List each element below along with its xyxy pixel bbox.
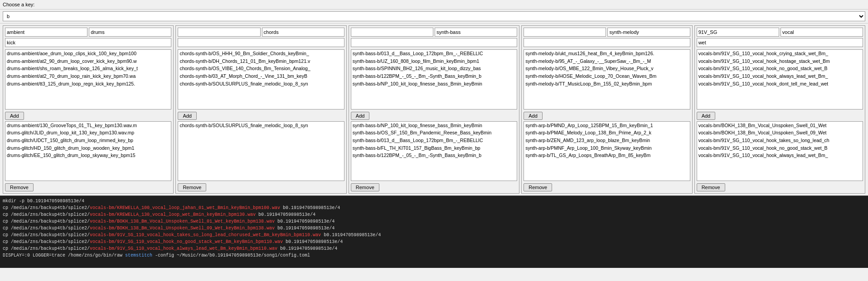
- add-button-chords[interactable]: Add: [178, 112, 197, 120]
- list-item[interactable]: synth-melody-b/OS_MBE_122_Bmin_Vibey_Hou…: [524, 65, 689, 72]
- list-item[interactable]: synth-bass-b/122BPM_-_05_-_Bm_-Synth_Bas…: [351, 152, 517, 159]
- terminal-line: cp /media/zns/backup4tb/splice2/vocals-b…: [3, 245, 865, 252]
- listbox2-synth-bass[interactable]: synth-bass-b/NP_100_kit_loop_finesse_bas…: [351, 121, 517, 181]
- list-item[interactable]: vocals-bm/91V_SG_110_vocal_hook_hostage_…: [697, 57, 863, 65]
- add-button-synth-melody[interactable]: Add: [524, 112, 543, 120]
- listbox2-ambient[interactable]: drums-ambient/130_GrooveTops_01_TL_key_b…: [5, 121, 171, 181]
- listbox1-synth-bass[interactable]: synth-bass-b/013_d__Bass_Loop_172bpm_Bm_…: [351, 49, 517, 110]
- list-item[interactable]: vocals-bm/91V_SG_110_vocal_hook_always_l…: [697, 152, 863, 159]
- list-item[interactable]: synth-arp-b/ZEN_AMD_123_arp_loop_blaze_B…: [524, 137, 689, 144]
- list-item[interactable]: drums-ambient/tt3_125_drum_loop_regn_kic…: [5, 80, 171, 88]
- remove-button-vocal[interactable]: Remove: [697, 183, 725, 191]
- list-item[interactable]: chords-synth-b/SOULSURPLUS_finale_melodi…: [178, 80, 344, 88]
- listbox1-ambient[interactable]: drums-ambient/aoe_drum_loop_clips_kick_1…: [5, 49, 171, 110]
- list-item[interactable]: chords-synth-b/OS_VIBE_140_Chords_Bm_Ten…: [178, 65, 344, 72]
- add-button-ambient[interactable]: Add: [5, 112, 24, 120]
- col-filter-synth-bass[interactable]: [351, 38, 517, 47]
- list-item[interactable]: synth-arp-b/TL_GS_Arp_Loops_BreathArp_Bm…: [524, 152, 689, 159]
- list-item[interactable]: vocals-bm/91V_SG_110_vocal_hook_always_l…: [697, 72, 863, 80]
- col-input2-chords[interactable]: [262, 28, 344, 37]
- listbox2-chords[interactable]: chords-synth-b/SOULSURPLUS_finale_melodi…: [178, 121, 344, 181]
- col-input2-ambient[interactable]: [89, 28, 171, 37]
- col-input1-chords[interactable]: [178, 28, 260, 37]
- col-top-inputs-chords: [178, 28, 344, 37]
- list-item[interactable]: drums-glitch/JLID_drum_loop_kit_130_key_…: [5, 129, 171, 137]
- terminal-line: cp /media/zns/backup4tb/splice2/vocals-b…: [3, 225, 865, 232]
- col-top-inputs-ambient: [5, 28, 171, 37]
- list-item[interactable]: synth-melody-b/95_AT_-_Galaxy_-__SuperSa…: [524, 57, 689, 65]
- list-item[interactable]: vocals-bm/91V_SG_110_vocal_hook_no_good_…: [697, 144, 863, 152]
- list-item[interactable]: synth-bass-b/122BPM_-_05_-_Bm_-Synth_Bas…: [351, 72, 517, 80]
- list-item[interactable]: chords-synth-b/OS_HHH_90_Bm_Soldier_Chor…: [178, 50, 344, 57]
- col-filter-chords[interactable]: [178, 38, 344, 47]
- listbox2-synth-melody[interactable]: synth-arp-b/PMND_Arp_Loop_125BPM_15_Bm_k…: [524, 121, 690, 181]
- list-item[interactable]: drums-ambient/shs_roam_breaks_loop_126_a…: [5, 65, 171, 72]
- list-item[interactable]: synth-bass-b/OS_SF_150_Bm_Pandemic_Reese…: [351, 129, 517, 137]
- col-input2-synth-melody[interactable]: [607, 28, 690, 37]
- list-item[interactable]: synth-bass-b/SPINNIN_BH2_126_music_kit_l…: [351, 65, 517, 72]
- list-item[interactable]: vocals-bm/BOKH_138_Bm_Vocal_Unspoken_Swe…: [697, 122, 863, 129]
- list-item[interactable]: drums-glitch/HD_150_glitch_drum_loop_woo…: [5, 144, 171, 152]
- list-item[interactable]: drums-ambient/at2_70_drum_loop_rain_kick…: [5, 72, 171, 80]
- list-item[interactable]: vocals-bm/91V_SG_110_vocal_hook_crying_s…: [697, 50, 863, 57]
- list-item[interactable]: synth-arp-b/PMNF_Arp_Loop_100_Bmin_Skywa…: [524, 144, 689, 152]
- list-item[interactable]: drums-ambient/aoe_drum_loop_clips_kick_1…: [5, 50, 171, 57]
- list-item[interactable]: synth-melody-b/ukt_mus126_heat_Bm_4_keyB…: [524, 50, 689, 57]
- btn-row-remove-ambient: Remove: [5, 183, 171, 191]
- columns-wrapper: drums-ambient/aoe_drum_loop_clips_kick_1…: [0, 24, 868, 195]
- key-selector[interactable]: bcc#dd#eff#gg#aa#: [3, 11, 865, 21]
- listbox1-synth-melody[interactable]: synth-melody-b/ukt_mus126_heat_Bm_4_keyB…: [524, 49, 690, 110]
- col-filter-vocal[interactable]: [697, 38, 863, 47]
- col-input1-ambient[interactable]: [5, 28, 87, 37]
- col-filter-synth-melody[interactable]: [524, 38, 690, 47]
- list-item[interactable]: drums-glitch/UDCT_150_glitch_drum_loop_r…: [5, 137, 171, 144]
- list-item[interactable]: synth-arp-b/PMND_Arp_Loop_125BPM_15_Bm_k…: [524, 122, 689, 129]
- list-item[interactable]: synth-bass-b/NP_100_kit_loop_finesse_bas…: [351, 80, 517, 88]
- col-input1-synth-melody[interactable]: [524, 28, 606, 37]
- top-bar: Choose a key: bcc#dd#eff#gg#aa#: [0, 0, 868, 24]
- col-input1-vocal[interactable]: [697, 28, 779, 37]
- list-item[interactable]: synth-bass-b/FL_TH_KIT01_157_BigBass_Bm_…: [351, 144, 517, 152]
- list-item[interactable]: drums-glitch/EE_150_glitch_drum_loop_sky…: [5, 152, 171, 159]
- list-item[interactable]: synth-melody-b/HOSE_Melodic_Loop_70_Ocea…: [524, 72, 689, 80]
- add-button-synth-bass[interactable]: Add: [351, 112, 370, 120]
- list-item[interactable]: drums-ambient/at2_90_drum_loop_cover_kic…: [5, 57, 171, 65]
- choose-key-label: Choose a key:: [3, 2, 34, 7]
- list-item[interactable]: vocals-bm/91V_SG_110_vocal_hook_takes_so…: [697, 137, 863, 144]
- col-top-inputs-vocal: [697, 28, 863, 37]
- col-input1-synth-bass[interactable]: [351, 28, 433, 37]
- list-item[interactable]: synth-melody-b/TT_MusicLoop_Bm_155_02_ke…: [524, 80, 689, 88]
- terminal-line: DISPLAY=:0 LOGGER=trace /home/zns/go/bin…: [3, 252, 865, 259]
- remove-button-synth-bass[interactable]: Remove: [351, 183, 379, 191]
- list-item[interactable]: chords-synth-b/SOULSURPLUS_finale_melodi…: [178, 122, 344, 129]
- btn-row-remove-vocal: Remove: [697, 183, 863, 191]
- list-item[interactable]: drums-ambient/130_GrooveTops_01_TL_key_b…: [5, 122, 171, 129]
- list-item[interactable]: synth-bass-b/013_d__Bass_Loop_172bpm_Bm_…: [351, 137, 517, 144]
- col-filter-ambient[interactable]: [5, 38, 171, 47]
- list-item[interactable]: synth-bass-b/UZ_160_808_loop_film_Bmin_k…: [351, 57, 517, 65]
- remove-button-synth-melody[interactable]: Remove: [524, 183, 552, 191]
- list-item[interactable]: synth-bass-b/013_d__Bass_Loop_172bpm_Bm_…: [351, 50, 517, 57]
- list-item[interactable]: synth-bass-b/NP_100_kit_loop_finesse_bas…: [351, 122, 517, 129]
- list-item[interactable]: synth-arp-b/PMAE_Melody_Loop_138_Bm_Prim…: [524, 129, 689, 137]
- col-top-inputs-synth-melody: [524, 28, 690, 37]
- remove-button-ambient[interactable]: Remove: [5, 183, 34, 191]
- list-item[interactable]: vocals-bm/BOKH_138_Bm_Vocal_Unspoken_Swe…: [697, 129, 863, 137]
- column-vocal: vocals-bm/91V_SG_110_vocal_hook_crying_s…: [694, 25, 865, 194]
- remove-button-chords[interactable]: Remove: [178, 183, 206, 191]
- listbox1-vocal[interactable]: vocals-bm/91V_SG_110_vocal_hook_crying_s…: [697, 49, 863, 110]
- col-input2-synth-bass[interactable]: [435, 28, 517, 37]
- terminal-line: cp /media/zns/backup4tb/splice2/vocals-b…: [3, 218, 865, 225]
- add-button-vocal[interactable]: Add: [697, 112, 716, 120]
- listbox2-vocal[interactable]: vocals-bm/BOKH_138_Bm_Vocal_Unspoken_Swe…: [697, 121, 863, 181]
- terminal-line: cp /media/zns/backup4tb/splice2/vocals-b…: [3, 232, 865, 238]
- terminal-line: cp /media/zns/backup4tb/splice2/vocals-b…: [3, 211, 865, 218]
- col-input2-vocal[interactable]: [781, 28, 863, 37]
- btn-row-add-chords: Add: [178, 112, 344, 120]
- list-item[interactable]: vocals-bm/91V_SG_110_vocal_hook_dont_tel…: [697, 80, 863, 88]
- list-item[interactable]: chords-synth-b/DH_Chords_121_01_Bm_keyBm…: [178, 57, 344, 65]
- listbox1-chords[interactable]: chords-synth-b/OS_HHH_90_Bm_Soldier_Chor…: [178, 49, 344, 110]
- list-item[interactable]: chords-synth-b/03_AT_Morph_Chord_-_Vine_…: [178, 72, 344, 80]
- btn-row-add-ambient: Add: [5, 112, 171, 120]
- list-item[interactable]: vocals-bm/91V_SG_110_vocal_hook_no_good_…: [697, 65, 863, 72]
